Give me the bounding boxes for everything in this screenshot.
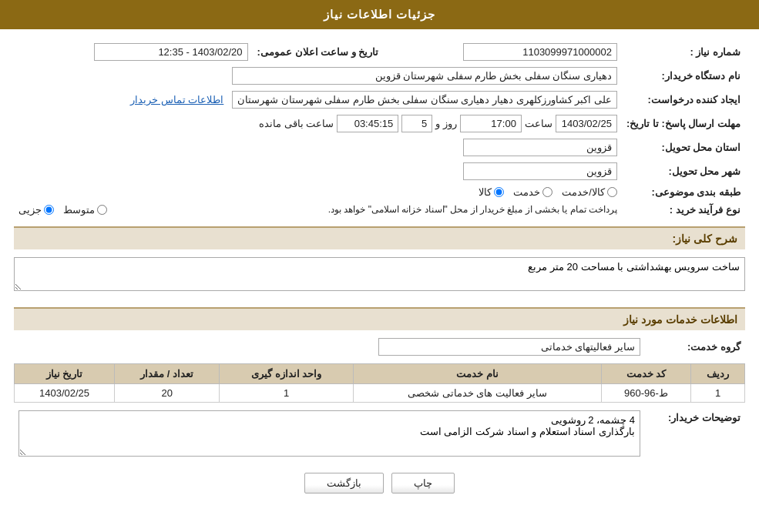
row-name: سایر فعالیت های خدماتی شخصی [353, 384, 601, 403]
buyer-notes-textarea [18, 410, 640, 457]
category-radio-service[interactable] [542, 187, 552, 197]
creator-value: علی اکبر کشاورزکلهری دهیار دهیاری سنگان … [14, 88, 622, 112]
service-group-value: سایر فعالیتهای خدماتی [14, 335, 645, 359]
category-options: کالا/خدمت خدمت کالا [14, 183, 622, 201]
province-input: قزوین [463, 139, 617, 156]
category-radio-goods[interactable] [494, 187, 504, 197]
row-code: ط-96-960 [601, 384, 690, 403]
purchase-type-radio-medium[interactable] [97, 205, 107, 215]
announce-label: تاریخ و ساعت اعلان عمومی: [253, 40, 384, 64]
city-label: شهر محل تحویل: [622, 159, 745, 183]
service-group-label: گروه خدمت: [645, 335, 745, 359]
purchase-type-radio-partial[interactable] [44, 205, 54, 215]
main-content: شماره نیاز : 1103099971000002 تاریخ و سا… [0, 29, 759, 509]
row-date: 1403/02/25 [15, 384, 115, 403]
col-header-code: کد خدمت [601, 364, 690, 384]
buyer-org-value: دهیاری سنگان سفلی بخش طارم سفلی شهرستان … [14, 64, 622, 88]
deadline-day-label: روز و [435, 118, 457, 129]
announce-input: 1403/02/20 - 12:35 [94, 43, 248, 61]
services-table: ردیف کد خدمت نام خدمت واحد اندازه گیری ت… [14, 363, 745, 403]
category-radio-goods-service[interactable] [607, 187, 617, 197]
city-value: قزوین [14, 159, 622, 183]
col-header-unit: واحد اندازه گیری [220, 364, 354, 384]
page-wrapper: جزئیات اطلاعات نیاز شماره نیاز : 1103099… [0, 0, 759, 532]
province-value: قزوین [14, 136, 622, 159]
page-header: جزئیات اطلاعات نیاز [0, 0, 759, 29]
purchase-type-label-medium: متوسط [63, 204, 95, 216]
purchase-type-medium: متوسط [63, 204, 107, 216]
category-label: طبقه بندی موضوعی: [622, 183, 745, 201]
summary-area [14, 254, 745, 299]
deadline-remaining-label: ساعت باقی مانده [259, 118, 334, 129]
summary-section-title: شرح کلی نیاز: [14, 226, 745, 249]
deadline-row: 1403/02/25 ساعت 17:00 روز و 5 03:45:15 س… [14, 112, 622, 136]
page-title: جزئیات اطلاعات نیاز [324, 8, 435, 21]
info-table: شماره نیاز : 1103099971000002 تاریخ و سا… [14, 40, 745, 219]
deadline-time-label: ساعت [525, 118, 552, 129]
row-num: 1 [691, 384, 745, 403]
need-number-input: 1103099971000002 [463, 43, 617, 61]
province-label: استان محل تحویل: [622, 136, 745, 159]
btn-row: چاپ بازگشت [14, 473, 745, 494]
category-label-goods: کالا [479, 186, 492, 198]
city-input: قزوین [463, 162, 617, 180]
col-header-qty: تعداد / مقدار [115, 364, 220, 384]
service-group-input: سایر فعالیتهای خدماتی [378, 338, 640, 356]
category-option-service: خدمت [513, 186, 552, 198]
category-label-service: خدمت [513, 186, 540, 198]
col-header-date: تاریخ نیاز [15, 364, 115, 384]
contact-link[interactable]: اطلاعات تماس خریدار [130, 94, 223, 105]
deadline-flex: 1403/02/25 ساعت 17:00 روز و 5 03:45:15 س… [18, 115, 617, 132]
need-number-value: 1103099971000002 [383, 40, 622, 64]
purchase-type-partial: جزیی [18, 204, 54, 216]
back-button[interactable]: بازگشت [304, 473, 384, 494]
buyer-org-label: نام دستگاه خریدار: [622, 64, 745, 88]
watermark-area: شماره نیاز : 1103099971000002 تاریخ و سا… [14, 40, 745, 462]
deadline-label: مهلت ارسال پاسخ: تا تاریخ: [622, 112, 745, 136]
buyer-notes-value [14, 407, 645, 462]
purchase-type-desc: پرداخت تمام یا بخشی از مبلغ خریدار از مح… [113, 204, 617, 215]
purchase-type-label: نوع فرآیند خرید : [622, 201, 745, 219]
row-qty: 20 [115, 384, 220, 403]
purchase-type-radio-group: متوسط جزیی [18, 204, 107, 216]
deadline-time: 17:00 [460, 115, 522, 132]
creator-input: علی اکبر کشاورزکلهری دهیار دهیاری سنگان … [232, 91, 617, 109]
summary-textarea [14, 257, 745, 291]
buyer-notes-label: توضیحات خریدار: [645, 407, 745, 462]
deadline-date: 1403/02/25 [556, 115, 617, 132]
deadline-remaining: 03:45:15 [337, 115, 398, 132]
print-button[interactable]: چاپ [391, 473, 455, 494]
category-radio-group: کالا/خدمت خدمت کالا [18, 186, 617, 198]
table-row: 1 ط-96-960 سایر فعالیت های خدماتی شخصی 1… [15, 384, 745, 403]
row-unit: 1 [220, 384, 354, 403]
creator-label: ایجاد کننده درخواست: [622, 88, 745, 112]
deadline-day: 5 [401, 115, 432, 132]
category-label-goods-service: کالا/خدمت [562, 186, 605, 198]
need-number-label: شماره نیاز : [622, 40, 745, 64]
col-header-row: ردیف [691, 364, 745, 384]
col-header-name: نام خدمت [353, 364, 601, 384]
purchase-type-row: پرداخت تمام یا بخشی از مبلغ خریدار از مح… [14, 201, 622, 219]
service-group-table: گروه خدمت: سایر فعالیتهای خدماتی [14, 335, 745, 359]
buyer-notes-table: توضیحات خریدار: [14, 407, 745, 462]
buyer-org-input: دهیاری سنگان سفلی بخش طارم سفلی شهرستان … [232, 67, 617, 85]
category-option-goods: کالا [479, 186, 504, 198]
announce-value: 1403/02/20 - 12:35 [14, 40, 253, 64]
services-section-title: اطلاعات خدمات مورد نیاز [14, 307, 745, 330]
purchase-type-label-partial: جزیی [18, 204, 42, 216]
purchase-type-flex: پرداخت تمام یا بخشی از مبلغ خریدار از مح… [18, 204, 617, 216]
category-option-goods-service: کالا/خدمت [562, 186, 617, 198]
